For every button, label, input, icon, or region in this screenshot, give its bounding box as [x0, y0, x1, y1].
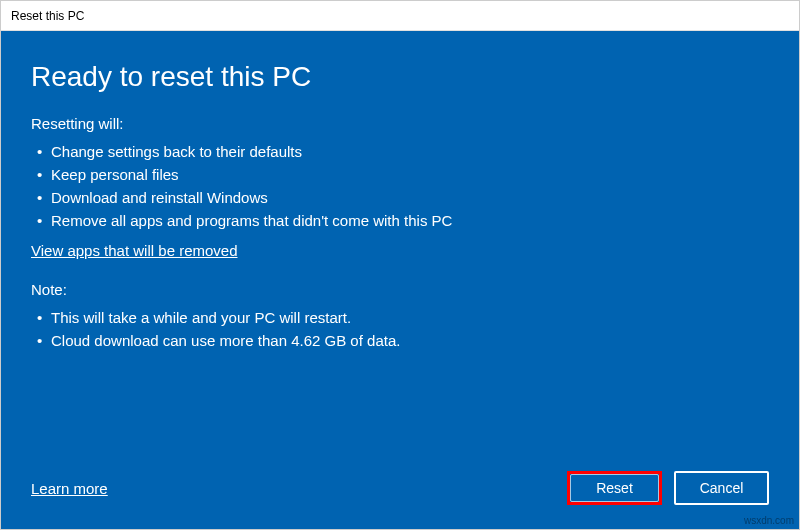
list-item: Remove all apps and programs that didn't… — [31, 209, 769, 232]
window-title: Reset this PC — [11, 9, 84, 23]
view-apps-link[interactable]: View apps that will be removed — [31, 242, 769, 259]
watermark: wsxdn.com — [744, 515, 794, 526]
reset-button[interactable]: Reset — [570, 474, 659, 502]
content-area: Ready to reset this PC Resetting will: C… — [1, 31, 799, 529]
button-group: Reset Cancel — [567, 471, 769, 505]
note-label: Note: — [31, 281, 769, 298]
list-item: Change settings back to their defaults — [31, 140, 769, 163]
cancel-button[interactable]: Cancel — [674, 471, 769, 505]
titlebar: Reset this PC — [1, 1, 799, 31]
list-item: Keep personal files — [31, 163, 769, 186]
page-title: Ready to reset this PC — [31, 61, 769, 93]
footer-bar: Learn more Reset Cancel — [31, 471, 769, 505]
learn-more-link[interactable]: Learn more — [31, 480, 108, 497]
note-list: This will take a while and your PC will … — [31, 306, 769, 352]
resetting-label: Resetting will: — [31, 115, 769, 132]
list-item: Download and reinstall Windows — [31, 186, 769, 209]
list-item: This will take a while and your PC will … — [31, 306, 769, 329]
reset-pc-window: Reset this PC Ready to reset this PC Res… — [0, 0, 800, 530]
resetting-list: Change settings back to their defaults K… — [31, 140, 769, 232]
list-item: Cloud download can use more than 4.62 GB… — [31, 329, 769, 352]
reset-button-highlight: Reset — [567, 471, 662, 505]
